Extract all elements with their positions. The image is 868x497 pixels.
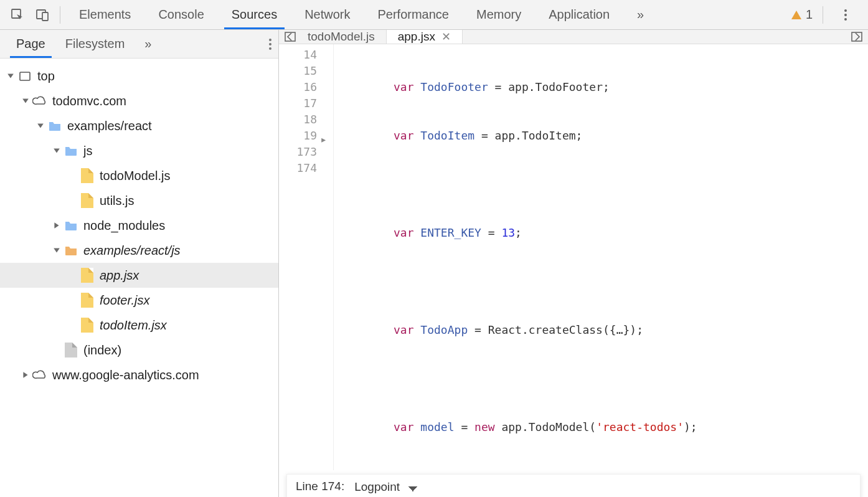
close-tab-icon[interactable]: ✕ — [441, 30, 451, 44]
tree-label: top — [37, 69, 55, 83]
js-file-icon — [81, 168, 93, 183]
collapse-arrow-icon[interactable] — [21, 371, 30, 379]
file-tab-label: app.jsx — [398, 30, 435, 44]
tab-performance[interactable]: Performance — [364, 0, 463, 29]
tree-node-file[interactable]: todoItem.jsx — [0, 313, 278, 338]
tree-node-file[interactable]: todoModel.js — [0, 163, 278, 188]
tree-label: utils.js — [100, 194, 134, 208]
folder-icon — [47, 118, 62, 133]
tree-label: todoItem.jsx — [100, 318, 167, 333]
tree-node-file[interactable]: footer.jsx — [0, 288, 278, 313]
tree-node-top[interactable]: top — [0, 64, 278, 88]
line-gutter[interactable]: 14 15 16 17 18 19▸ 173 174 — [279, 44, 334, 470]
line-number[interactable]: 19▸ — [281, 128, 328, 144]
tree-node-file[interactable]: (index) — [0, 338, 278, 362]
line-number[interactable]: 174 — [281, 160, 328, 176]
tree-label: js — [83, 144, 92, 158]
toolbar-divider — [60, 6, 60, 24]
breakpoint-line-label: Line 174: — [296, 480, 344, 493]
line-number[interactable]: 17 — [281, 95, 328, 111]
tree-label: examples/react/js — [83, 244, 181, 258]
folder-icon — [64, 243, 78, 258]
js-file-icon — [81, 268, 93, 283]
document-file-icon — [65, 343, 77, 357]
tree-label: app.jsx — [100, 268, 139, 283]
expand-arrow-icon[interactable] — [36, 121, 45, 130]
tree-node-folder[interactable]: examples/react — [0, 113, 278, 138]
navigator-tabs: Page Filesystem » — [0, 30, 278, 59]
tree-label: www.google-analytics.com — [52, 368, 199, 382]
code-editor[interactable]: 14 15 16 17 18 19▸ 173 174 var TodoFoote… — [279, 44, 868, 470]
tree-node-folder[interactable]: js — [0, 138, 278, 163]
js-file-icon — [81, 318, 93, 333]
line-number[interactable]: 173 — [281, 144, 328, 160]
kebab-menu-icon[interactable] — [836, 5, 856, 25]
tab-network[interactable]: Network — [291, 0, 364, 29]
line-number[interactable]: 15 — [281, 63, 328, 79]
navigator-sidebar: Page Filesystem » top todomvc.com exam — [0, 30, 279, 497]
tree-node-folder-sourcemapped[interactable]: examples/react/js — [0, 238, 278, 263]
tree-node-domain[interactable]: www.google-analytics.com — [0, 362, 278, 387]
folder-icon — [64, 143, 78, 158]
tab-application[interactable]: Application — [535, 0, 623, 29]
tree-label: todoModel.js — [100, 169, 170, 183]
expand-arrow-icon[interactable] — [6, 72, 15, 80]
svg-point-3 — [844, 9, 847, 12]
tree-node-folder[interactable]: node_modules — [0, 213, 278, 238]
warning-count: 1 — [806, 7, 813, 22]
editor-pane: todoModel.js app.jsx ✕ 14 15 16 17 18 19… — [279, 30, 868, 497]
sidebar-tab-filesystem[interactable]: Filesystem — [55, 30, 135, 58]
tab-overflow-chevron-icon[interactable]: » — [623, 0, 658, 29]
tab-console[interactable]: Console — [144, 0, 217, 29]
toggle-debugger-icon[interactable] — [851, 31, 863, 43]
warnings-indicator[interactable]: 1 — [791, 7, 813, 22]
toolbar-divider — [823, 6, 823, 24]
tree-label: (index) — [83, 343, 121, 357]
tab-memory[interactable]: Memory — [463, 0, 535, 29]
main-split: Page Filesystem » top todomvc.com exam — [0, 30, 868, 497]
tree-label: footer.jsx — [100, 293, 149, 308]
line-number[interactable]: 16 — [281, 79, 328, 95]
editor-tabs: todoModel.js app.jsx ✕ — [279, 30, 868, 44]
sidebar-tab-overflow-icon[interactable]: » — [134, 30, 161, 58]
frame-icon — [17, 69, 32, 83]
expand-arrow-icon[interactable] — [21, 97, 30, 105]
js-file-icon — [81, 193, 93, 208]
breakpoint-editor: Line 174: Logpoint — [286, 474, 861, 497]
tree-label: node_modules — [83, 219, 165, 233]
tree-node-file[interactable]: utils.js — [0, 188, 278, 213]
svg-point-8 — [269, 47, 271, 50]
panel-tabs: Elements Console Sources Network Perform… — [65, 0, 658, 29]
sidebar-kebab-menu-icon[interactable] — [268, 38, 272, 50]
cloud-icon — [32, 93, 47, 108]
toggle-navigator-icon[interactable] — [284, 31, 296, 43]
file-tree: top todomvc.com examples/react js todoMo… — [0, 59, 278, 497]
expand-arrow-icon[interactable] — [52, 146, 61, 155]
folder-icon — [64, 218, 78, 233]
tree-label: todomvc.com — [52, 94, 126, 108]
collapse-arrow-icon[interactable] — [52, 221, 61, 230]
devtools-toolbar: Elements Console Sources Network Perform… — [0, 0, 868, 30]
device-toolbar-icon[interactable] — [32, 5, 52, 25]
sidebar-tab-page[interactable]: Page — [6, 30, 55, 58]
expand-arrow-icon[interactable] — [52, 246, 61, 255]
file-tab[interactable]: todoModel.js — [296, 30, 386, 44]
tab-sources[interactable]: Sources — [218, 0, 291, 29]
line-number[interactable]: 18 — [281, 111, 328, 128]
file-tab-active[interactable]: app.jsx ✕ — [386, 30, 463, 44]
svg-point-4 — [844, 14, 847, 16]
tree-label: examples/react — [67, 119, 152, 133]
svg-point-5 — [844, 18, 847, 21]
js-file-icon — [81, 293, 93, 308]
svg-rect-9 — [20, 72, 30, 80]
code-body[interactable]: var TodoFooter = app.TodoFooter; var Tod… — [334, 44, 868, 470]
svg-point-6 — [269, 39, 271, 41]
tab-elements[interactable]: Elements — [65, 0, 144, 29]
breakpoint-type-select[interactable]: Logpoint — [354, 480, 417, 493]
tree-node-file-selected[interactable]: app.jsx — [0, 263, 278, 288]
inspect-element-icon[interactable] — [7, 5, 27, 25]
line-number[interactable]: 14 — [281, 47, 328, 63]
tree-node-domain[interactable]: todomvc.com — [0, 88, 278, 113]
svg-point-7 — [269, 43, 271, 45]
cloud-icon — [32, 367, 47, 382]
